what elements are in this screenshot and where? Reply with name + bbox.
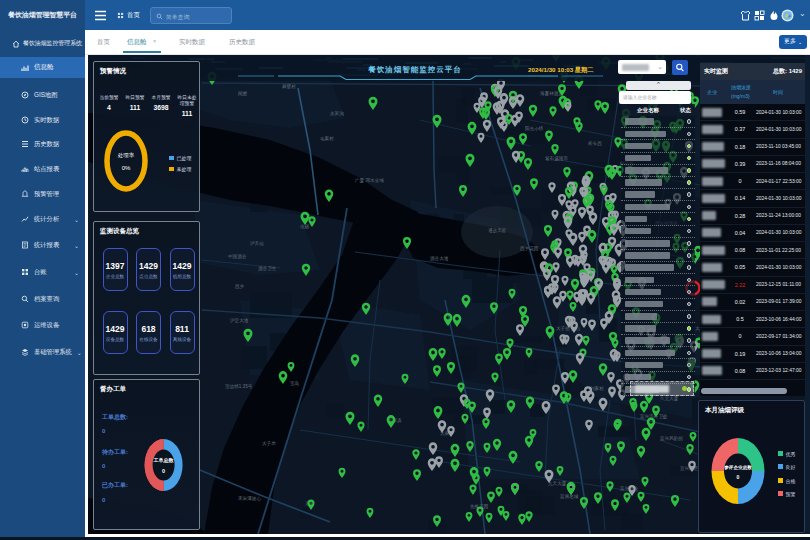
svg-text:久元大厦: 久元大厦 — [660, 395, 679, 402]
svg-text:九天大厦: 九天大厦 — [548, 480, 567, 487]
svg-text:处理率: 处理率 — [118, 152, 135, 159]
svg-text:大子弟: 大子弟 — [262, 441, 276, 446]
svg-text:工单总数: 工单总数 — [153, 457, 175, 464]
svg-text:0%: 0% — [122, 165, 131, 171]
svg-text:泸天仙: 泸天仙 — [250, 241, 264, 246]
svg-text:广厦 邓木全域: 广厦 邓木全域 — [355, 177, 384, 184]
svg-text:禾采潭波心: 禾采潭波心 — [238, 495, 261, 501]
svg-text:宝岛: 宝岛 — [290, 381, 299, 386]
svg-text:0: 0 — [162, 468, 165, 474]
svg-text:佳丽: 佳丽 — [299, 223, 310, 230]
svg-text:麻壁村: 麻壁村 — [282, 83, 296, 90]
svg-text:0: 0 — [737, 474, 740, 480]
svg-text:富洲名城: 富洲名城 — [560, 494, 579, 499]
svg-text:通达天星: 通达天星 — [488, 227, 507, 233]
